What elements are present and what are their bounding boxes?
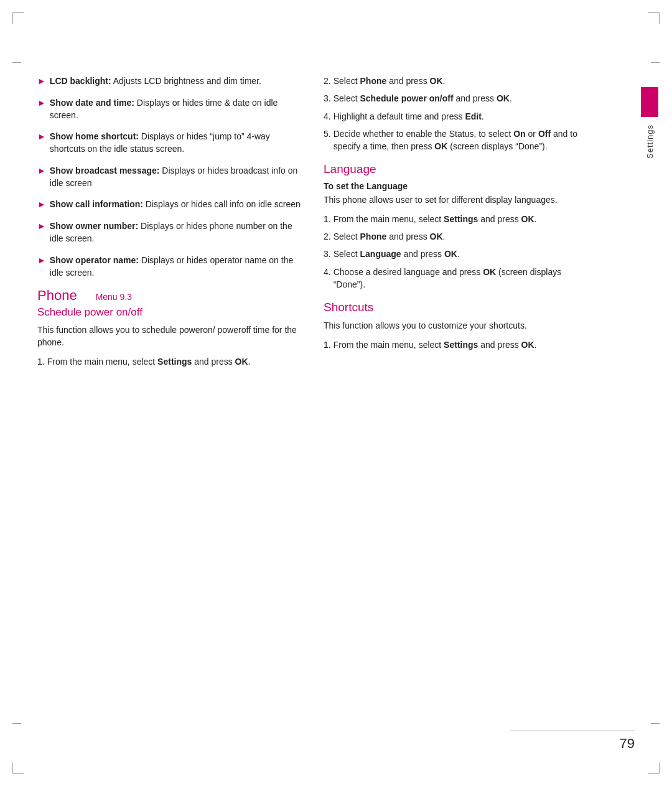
phone-heading: Phone — [37, 288, 77, 304]
left-column: ► LCD backlight: Adjusts LCD brightness … — [37, 75, 305, 373]
phone-section: Phone Menu 9.3 Schedule power on/off Thi… — [37, 288, 305, 368]
schedule-description: This function allows you to schedule pow… — [37, 324, 305, 349]
bottom-line — [510, 731, 635, 731]
corner-tr — [648, 12, 660, 24]
list-item: ► LCD backlight: Adjusts LCD brightness … — [37, 75, 305, 88]
phone-heading-row: Phone Menu 9.3 — [37, 288, 305, 304]
numbered-item: 5. Decide whether to enable the Status, … — [324, 128, 591, 153]
step-text: Select Phone and press OK. — [334, 75, 446, 87]
step-number: 1. — [37, 355, 45, 368]
language-heading: Language — [324, 162, 591, 176]
shortcuts-steps-list: 1. From the main menu, select Settings a… — [324, 339, 591, 351]
step-text: Highlight a default time and press Edit. — [334, 110, 484, 123]
step-text: Select Schedule power on/off and press O… — [334, 92, 512, 105]
step-number: 2. — [324, 230, 331, 243]
page-number: 79 — [620, 736, 635, 752]
step-text: From the main menu, select Settings and … — [334, 213, 537, 225]
step-number: 5. — [324, 128, 331, 140]
to-set-language-label: To set the Language — [324, 181, 591, 191]
language-section: Language To set the Language This phone … — [324, 162, 591, 291]
step-number: 4. — [324, 110, 331, 123]
left-steps-list: 1. From the main menu, select Settings a… — [37, 355, 305, 368]
list-item: ► Show owner number: Displays or hides p… — [37, 220, 305, 245]
schedule-power-subheading: Schedule power on/off — [37, 306, 305, 319]
sidebar-bar — [641, 87, 658, 117]
bullet-text: Show operator name: Displays or hides op… — [50, 254, 305, 279]
bullet-text: Show date and time: Displays or hides ti… — [50, 96, 305, 122]
page: Settings 79 ► LCD backlight: Adjusts LCD… — [0, 0, 672, 786]
bullet-arrow-icon: ► — [37, 165, 46, 177]
bullet-text: Show home shortcut: Displays or hides “j… — [50, 130, 305, 156]
step-text: From the main menu, select Settings and … — [334, 339, 537, 351]
dash-right-top — [651, 62, 660, 63]
corner-bl — [12, 762, 24, 774]
bullet-arrow-icon: ► — [37, 131, 46, 143]
numbered-item: 1. From the main menu, select Settings a… — [324, 339, 591, 351]
step-number: 3. — [324, 92, 331, 105]
dash-right-bottom — [651, 723, 660, 724]
bullet-arrow-icon: ► — [37, 199, 46, 211]
corner-tl — [12, 12, 24, 24]
shortcuts-description: This function allows you to customize yo… — [324, 319, 591, 332]
step-text: From the main menu, select Settings and … — [47, 355, 251, 368]
bullet-text: Show broadcast message: Displays or hide… — [50, 164, 305, 190]
list-item: ► Show home shortcut: Displays or hides … — [37, 130, 305, 156]
bullet-text: LCD backlight: Adjusts LCD brightness an… — [50, 75, 261, 87]
menu-label: Menu 9.3 — [96, 292, 132, 302]
bullet-text: Show call information: Displays or hides… — [50, 198, 301, 210]
language-steps-list: 1. From the main menu, select Settings a… — [324, 213, 591, 291]
bullet-list: ► LCD backlight: Adjusts LCD brightness … — [37, 75, 305, 279]
shortcuts-heading: Shortcuts — [324, 301, 591, 314]
numbered-item: 2. Select Phone and press OK. — [324, 75, 591, 87]
numbered-item: 3. Select Language and press OK. — [324, 248, 591, 260]
schedule-steps-list: 2. Select Phone and press OK. 3. Select … — [324, 75, 591, 152]
list-item: ► Show call information: Displays or hid… — [37, 198, 305, 211]
main-content: ► LCD backlight: Adjusts LCD brightness … — [0, 37, 635, 410]
language-description: This phone allows user to set for differ… — [324, 194, 591, 206]
step-text: Select Language and press OK. — [334, 248, 460, 260]
step-number: 1. — [324, 213, 331, 225]
step-text: Decide whether to enable the Status, to … — [334, 128, 591, 153]
numbered-item: 4. Highlight a default time and press Ed… — [324, 110, 591, 123]
bullet-arrow-icon: ► — [37, 220, 46, 233]
step-number: 2. — [324, 75, 331, 87]
dash-left-top — [12, 62, 21, 63]
bullet-arrow-icon: ► — [37, 75, 46, 88]
bullet-text: Show owner number: Displays or hides pho… — [50, 220, 305, 245]
step-number: 4. — [324, 266, 331, 278]
list-item: ► Show operator name: Displays or hides … — [37, 254, 305, 279]
list-item: ► Show date and time: Displays or hides … — [37, 96, 305, 122]
step-number: 3. — [324, 248, 331, 260]
step-text: Choose a desired language and press OK (… — [334, 266, 591, 291]
shortcuts-section: Shortcuts This function allows you to cu… — [324, 301, 591, 351]
numbered-item: 3. Select Schedule power on/off and pres… — [324, 92, 591, 105]
step-text: Select Phone and press OK. — [334, 230, 446, 243]
bullet-arrow-icon: ► — [37, 97, 46, 110]
numbered-item: 1. From the main menu, select Settings a… — [324, 213, 591, 225]
numbered-item: 2. Select Phone and press OK. — [324, 230, 591, 243]
sidebar-label: Settings — [645, 124, 655, 159]
right-column: 2. Select Phone and press OK. 3. Select … — [324, 75, 591, 373]
bullet-arrow-icon: ► — [37, 255, 46, 267]
numbered-item: 1. From the main menu, select Settings a… — [37, 355, 305, 368]
corner-br — [648, 762, 660, 774]
dash-left-bottom — [12, 723, 21, 724]
numbered-item: 4. Choose a desired language and press O… — [324, 266, 591, 291]
list-item: ► Show broadcast message: Displays or hi… — [37, 164, 305, 190]
step-number: 1. — [324, 339, 331, 351]
